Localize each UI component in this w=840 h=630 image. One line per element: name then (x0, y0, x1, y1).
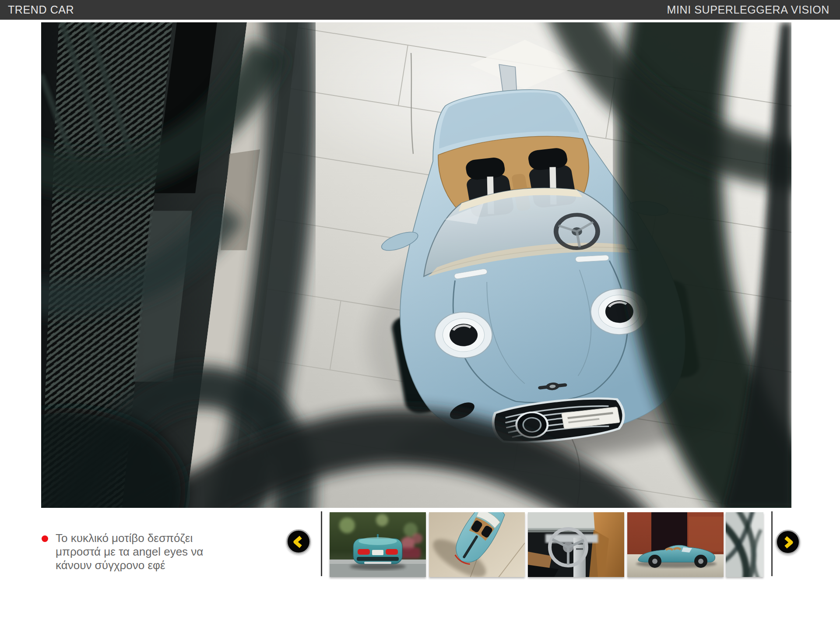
chevron-right-icon (779, 533, 797, 551)
side-view-thumbnail-image (627, 512, 724, 577)
top-bar: TREND CAR MINI SUPERLEGGERA VISION (0, 0, 840, 20)
article-title: MINI SUPERLEGGERA VISION (667, 4, 829, 16)
caption-text: Το κυκλικό μοτίβο δεσπόζει μπροστά με τα… (56, 531, 203, 572)
main-photo-illustration (41, 22, 791, 508)
interior-thumbnail-image (528, 512, 624, 577)
gallery-divider-right (771, 511, 773, 576)
thumbnail-side-view[interactable] (627, 512, 724, 577)
chevron-left-icon (290, 533, 307, 550)
gallery-divider-left (321, 511, 322, 576)
section-title: TREND CAR (8, 4, 74, 16)
caption-line: Το κυκλικό μοτίβο δεσπόζει (56, 531, 203, 545)
caption-bullet-icon (42, 535, 48, 542)
main-photo (41, 22, 791, 508)
top-view-thumbnail-image (429, 512, 525, 577)
rear-view-thumbnail-image (330, 512, 426, 577)
railing-thumbnail-image (726, 512, 763, 577)
thumbnail-railing[interactable] (726, 512, 763, 577)
gallery-next-button[interactable] (776, 530, 800, 554)
caption-line: κάνουν σύγχρονο εφέ (56, 559, 203, 572)
gallery-prev-button[interactable] (286, 529, 311, 554)
caption-line: μπροστά με τα angel eyes να (56, 545, 203, 559)
thumbnail-top-view[interactable] (429, 512, 525, 577)
thumbnail-rear-view[interactable] (330, 512, 426, 577)
thumbnail-interior[interactable] (528, 512, 624, 577)
photo-caption: Το κυκλικό μοτίβο δεσπόζει μπροστά με τα… (42, 531, 225, 572)
